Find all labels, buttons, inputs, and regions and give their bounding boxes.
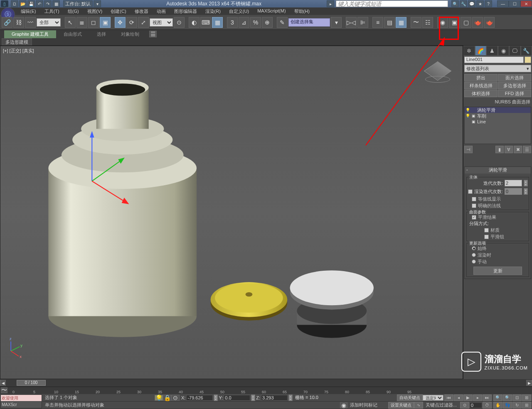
menu-edit[interactable]: 编辑(E) — [17, 7, 40, 15]
spinner-buttons[interactable]: ▴▾ — [524, 180, 528, 186]
setkey-button[interactable]: 设置关键点 — [388, 402, 414, 409]
project-icon[interactable]: ▦ — [52, 0, 60, 7]
key-step-icon[interactable]: ⊙ — [460, 402, 469, 409]
isolate-icon[interactable]: ⊙ — [171, 395, 180, 401]
communicate-icon[interactable]: 💬 — [468, 0, 475, 7]
workspace-dropdown-icon[interactable]: ▾ — [94, 0, 101, 7]
zoom-extents-icon[interactable]: ⊡ — [512, 394, 522, 401]
time-tag-icon[interactable]: ◉ — [340, 402, 347, 408]
layer-manager-icon[interactable]: ▤ — [384, 17, 395, 28]
menu-tools[interactable]: 工具(T) — [40, 7, 64, 15]
add-time-tag-label[interactable]: 添加时间标记 — [347, 402, 380, 408]
named-selection-field[interactable]: 创建选择集 — [288, 18, 330, 27]
goto-end-icon[interactable]: ⏭ — [483, 394, 492, 401]
save-icon[interactable]: 💾 — [27, 0, 35, 7]
display-tab-icon[interactable]: 🖵 — [509, 46, 521, 56]
stack-item-turbosmooth[interactable]: 💡 涡轮平滑 — [465, 107, 531, 113]
named-sel-dropdown-icon[interactable]: ▾ — [331, 17, 342, 28]
select-scale-icon[interactable]: ⤢ — [138, 17, 149, 28]
help-icon[interactable]: ? — [485, 0, 492, 7]
time-config-icon[interactable]: ⏱ — [483, 402, 492, 409]
stack-item-lathe[interactable]: 💡 ▣ 车削 — [465, 113, 531, 119]
sel-btn-ffd[interactable]: FFD 选择 — [498, 90, 531, 97]
rendered-frame-icon[interactable]: ▢ — [461, 17, 471, 28]
maximize-button[interactable]: ☐ — [509, 0, 520, 7]
material-editor-icon[interactable]: ◉ — [437, 17, 448, 28]
expand-icon[interactable]: ▣ — [471, 114, 475, 118]
close-button[interactable]: ✕ — [520, 0, 532, 7]
edit-named-sel-icon[interactable]: ✎ — [277, 17, 288, 28]
new-icon[interactable]: 🗋 — [11, 0, 18, 7]
ribbon-tab-freeform[interactable]: 自由形式 — [56, 30, 89, 38]
select-move-icon[interactable]: ✥ — [115, 17, 126, 28]
create-tab-icon[interactable]: ✲ — [463, 46, 475, 56]
modifier-stack[interactable]: 💡 涡轮平滑 💡 ▣ 车削 ▣ Line — [464, 107, 531, 144]
iterations-spinner[interactable]: 2 — [505, 180, 522, 186]
isoline-checkbox[interactable] — [472, 197, 476, 201]
search-input[interactable] — [336, 0, 448, 7]
next-frame-icon[interactable]: ▸ — [473, 394, 482, 401]
spinner-snap-icon[interactable]: ⊕ — [262, 17, 273, 28]
open-icon[interactable]: 📂 — [19, 0, 27, 7]
viewport[interactable]: [+] [正交] [真实] — [0, 46, 463, 379]
utilities-tab-icon[interactable]: 🔧 — [521, 46, 532, 56]
minimize-button[interactable]: — — [497, 0, 509, 7]
coord-z-field[interactable]: 3.293 — [261, 395, 288, 401]
object-name-field[interactable]: Line001 — [464, 56, 524, 63]
search-icon[interactable]: 🔍 — [451, 0, 459, 7]
schematic-view-icon[interactable]: ☷ — [422, 17, 433, 28]
menu-customize[interactable]: 自定义(U) — [225, 7, 253, 15]
snap-3d-icon[interactable]: 3 — [227, 17, 238, 28]
manipulate-icon[interactable]: ◐ — [189, 17, 200, 28]
menu-maxscript[interactable]: MAXScript(M) — [253, 7, 290, 15]
prev-frame-icon[interactable]: ◂ — [454, 394, 463, 401]
redo-icon[interactable]: ↷ — [44, 0, 52, 7]
selection-lock-icon[interactable]: 💡 — [155, 395, 163, 401]
autokey-button[interactable]: 自动关键点 — [397, 394, 423, 401]
smoothgroup-checkbox[interactable] — [484, 235, 489, 239]
nurbs-surface-select[interactable]: NURBS 曲面选择 — [463, 98, 532, 106]
expand-icon[interactable]: ▣ — [471, 120, 475, 124]
zoom-extents-all-icon[interactable]: ⊞ — [522, 394, 531, 401]
explicit-normals-checkbox[interactable] — [472, 203, 476, 208]
menu-animation[interactable]: 动画 — [153, 7, 170, 15]
ribbon-tab-selection[interactable]: 选择 — [89, 30, 113, 38]
rollout-header[interactable]: 涡轮平滑 — [465, 167, 531, 174]
goto-start-icon[interactable]: ⏮ — [444, 394, 453, 401]
favorites-icon[interactable]: ★ — [476, 0, 484, 7]
walk-icon[interactable]: 👣 — [503, 402, 512, 409]
sel-btn-spline[interactable]: 样条线选择 — [464, 82, 498, 89]
bulb-icon[interactable]: 💡 — [466, 108, 470, 112]
layers-icon[interactable]: ≡ — [372, 17, 383, 28]
menu-rendering[interactable]: 渲染(R) — [201, 7, 225, 15]
ribbon-poly-modeling[interactable]: 多边形建模 — [2, 38, 32, 45]
sel-btn-extrude[interactable]: 挤出 — [464, 74, 498, 81]
radio-manual[interactable] — [472, 260, 476, 264]
radio-render[interactable] — [472, 253, 476, 257]
select-rotate-icon[interactable]: ⟳ — [126, 17, 137, 28]
render-iters-checkbox[interactable] — [468, 189, 473, 194]
link-icon[interactable]: 🔗 — [2, 17, 12, 28]
reference-coord-dropdown[interactable]: 视图 — [150, 18, 173, 27]
unlink-icon[interactable]: ⛓ — [13, 17, 24, 28]
spinner-buttons[interactable]: ▴▾ — [251, 394, 255, 401]
bind-spacewarp-icon[interactable]: 〰 — [25, 17, 36, 28]
render-setup-icon[interactable]: ▣ — [449, 17, 460, 28]
coord-y-field[interactable]: 0.0 — [224, 395, 250, 401]
snap-toggle-icon[interactable]: ▦ — [212, 17, 223, 28]
max-viewport-icon[interactable]: ⊞ — [522, 402, 531, 409]
workspace-selector[interactable]: 工作台: 默认 — [63, 0, 93, 7]
time-slider-right-icon[interactable]: ▸ — [526, 380, 532, 386]
sel-btn-poly[interactable]: 多边形选择 — [498, 82, 531, 89]
menu-help[interactable]: 帮助(H) — [290, 7, 314, 15]
spinner-buttons[interactable]: ▴▾ — [288, 394, 293, 401]
percent-snap-icon[interactable]: % — [250, 17, 261, 28]
menu-grapheditors[interactable]: 图形编辑器 — [170, 7, 201, 15]
update-button[interactable]: 更新 — [473, 267, 522, 275]
material-checkbox[interactable] — [484, 228, 489, 233]
selection-filter-dropdown[interactable]: 全部 — [37, 18, 61, 27]
ribbon-tab-graphite[interactable]: Graphite 建模工具 — [4, 30, 56, 38]
key-filter-button[interactable]: 关键点过滤器... — [423, 402, 459, 408]
modify-tab-icon[interactable]: 🌈 — [475, 46, 487, 56]
current-frame-field[interactable]: 0 — [470, 402, 482, 408]
